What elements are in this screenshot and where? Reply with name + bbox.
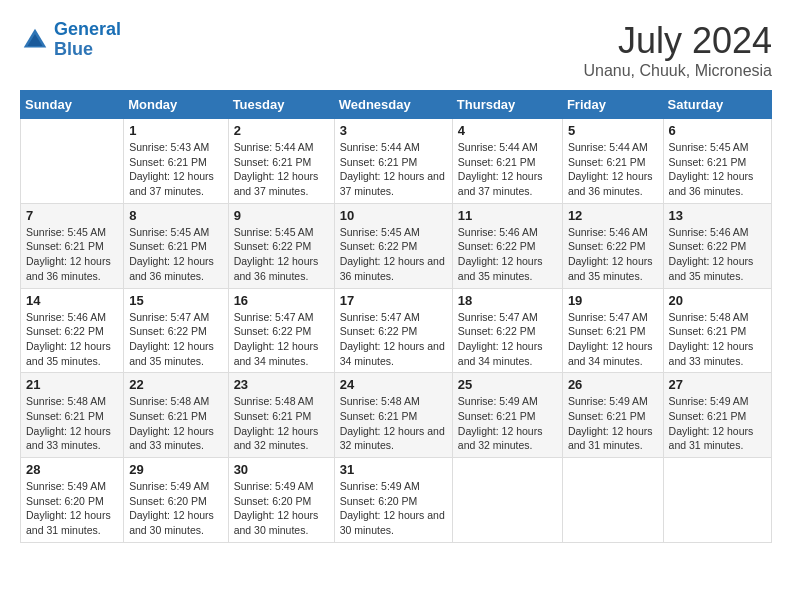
day-number: 1 — [129, 123, 222, 138]
day-number: 15 — [129, 293, 222, 308]
day-number: 17 — [340, 293, 447, 308]
calendar-cell: 2Sunrise: 5:44 AMSunset: 6:21 PMDaylight… — [228, 119, 334, 204]
day-info: Sunrise: 5:45 AMSunset: 6:22 PMDaylight:… — [234, 225, 329, 284]
header-wednesday: Wednesday — [334, 91, 452, 119]
calendar-cell — [21, 119, 124, 204]
calendar-cell: 8Sunrise: 5:45 AMSunset: 6:21 PMDaylight… — [124, 203, 228, 288]
week-row-1: 1Sunrise: 5:43 AMSunset: 6:21 PMDaylight… — [21, 119, 772, 204]
logo-line1: General — [54, 19, 121, 39]
calendar-cell: 29Sunrise: 5:49 AMSunset: 6:20 PMDayligh… — [124, 458, 228, 543]
day-number: 3 — [340, 123, 447, 138]
day-number: 8 — [129, 208, 222, 223]
calendar-cell: 11Sunrise: 5:46 AMSunset: 6:22 PMDayligh… — [452, 203, 562, 288]
calendar-cell: 20Sunrise: 5:48 AMSunset: 6:21 PMDayligh… — [663, 288, 771, 373]
day-info: Sunrise: 5:47 AMSunset: 6:22 PMDaylight:… — [234, 310, 329, 369]
calendar-cell: 18Sunrise: 5:47 AMSunset: 6:22 PMDayligh… — [452, 288, 562, 373]
calendar-cell: 22Sunrise: 5:48 AMSunset: 6:21 PMDayligh… — [124, 373, 228, 458]
day-number: 4 — [458, 123, 557, 138]
day-info: Sunrise: 5:48 AMSunset: 6:21 PMDaylight:… — [129, 394, 222, 453]
calendar-cell: 5Sunrise: 5:44 AMSunset: 6:21 PMDaylight… — [562, 119, 663, 204]
calendar-cell: 7Sunrise: 5:45 AMSunset: 6:21 PMDaylight… — [21, 203, 124, 288]
calendar-cell — [452, 458, 562, 543]
header-monday: Monday — [124, 91, 228, 119]
day-info: Sunrise: 5:47 AMSunset: 6:22 PMDaylight:… — [458, 310, 557, 369]
day-number: 28 — [26, 462, 118, 477]
day-info: Sunrise: 5:48 AMSunset: 6:21 PMDaylight:… — [234, 394, 329, 453]
header-row: SundayMondayTuesdayWednesdayThursdayFrid… — [21, 91, 772, 119]
logo-text: General Blue — [54, 20, 121, 60]
calendar-cell: 25Sunrise: 5:49 AMSunset: 6:21 PMDayligh… — [452, 373, 562, 458]
day-info: Sunrise: 5:45 AMSunset: 6:21 PMDaylight:… — [129, 225, 222, 284]
header-tuesday: Tuesday — [228, 91, 334, 119]
header-saturday: Saturday — [663, 91, 771, 119]
calendar-cell — [562, 458, 663, 543]
day-number: 14 — [26, 293, 118, 308]
day-info: Sunrise: 5:44 AMSunset: 6:21 PMDaylight:… — [458, 140, 557, 199]
day-info: Sunrise: 5:43 AMSunset: 6:21 PMDaylight:… — [129, 140, 222, 199]
calendar-cell: 10Sunrise: 5:45 AMSunset: 6:22 PMDayligh… — [334, 203, 452, 288]
calendar-cell: 30Sunrise: 5:49 AMSunset: 6:20 PMDayligh… — [228, 458, 334, 543]
day-number: 10 — [340, 208, 447, 223]
week-row-5: 28Sunrise: 5:49 AMSunset: 6:20 PMDayligh… — [21, 458, 772, 543]
day-number: 16 — [234, 293, 329, 308]
week-row-2: 7Sunrise: 5:45 AMSunset: 6:21 PMDaylight… — [21, 203, 772, 288]
day-info: Sunrise: 5:47 AMSunset: 6:22 PMDaylight:… — [340, 310, 447, 369]
day-number: 11 — [458, 208, 557, 223]
day-info: Sunrise: 5:44 AMSunset: 6:21 PMDaylight:… — [340, 140, 447, 199]
day-info: Sunrise: 5:49 AMSunset: 6:20 PMDaylight:… — [234, 479, 329, 538]
day-info: Sunrise: 5:47 AMSunset: 6:21 PMDaylight:… — [568, 310, 658, 369]
calendar-cell — [663, 458, 771, 543]
day-number: 7 — [26, 208, 118, 223]
day-info: Sunrise: 5:46 AMSunset: 6:22 PMDaylight:… — [458, 225, 557, 284]
day-number: 19 — [568, 293, 658, 308]
week-row-3: 14Sunrise: 5:46 AMSunset: 6:22 PMDayligh… — [21, 288, 772, 373]
day-info: Sunrise: 5:49 AMSunset: 6:21 PMDaylight:… — [568, 394, 658, 453]
calendar-cell: 6Sunrise: 5:45 AMSunset: 6:21 PMDaylight… — [663, 119, 771, 204]
calendar-cell: 26Sunrise: 5:49 AMSunset: 6:21 PMDayligh… — [562, 373, 663, 458]
day-number: 24 — [340, 377, 447, 392]
day-number: 2 — [234, 123, 329, 138]
day-number: 26 — [568, 377, 658, 392]
day-info: Sunrise: 5:46 AMSunset: 6:22 PMDaylight:… — [26, 310, 118, 369]
day-info: Sunrise: 5:44 AMSunset: 6:21 PMDaylight:… — [234, 140, 329, 199]
day-info: Sunrise: 5:45 AMSunset: 6:21 PMDaylight:… — [26, 225, 118, 284]
header-thursday: Thursday — [452, 91, 562, 119]
logo: General Blue — [20, 20, 121, 60]
day-info: Sunrise: 5:48 AMSunset: 6:21 PMDaylight:… — [26, 394, 118, 453]
day-number: 21 — [26, 377, 118, 392]
day-number: 5 — [568, 123, 658, 138]
day-info: Sunrise: 5:46 AMSunset: 6:22 PMDaylight:… — [669, 225, 766, 284]
calendar-cell: 19Sunrise: 5:47 AMSunset: 6:21 PMDayligh… — [562, 288, 663, 373]
day-number: 23 — [234, 377, 329, 392]
calendar-cell: 14Sunrise: 5:46 AMSunset: 6:22 PMDayligh… — [21, 288, 124, 373]
calendar-table: SundayMondayTuesdayWednesdayThursdayFrid… — [20, 90, 772, 543]
calendar-cell: 9Sunrise: 5:45 AMSunset: 6:22 PMDaylight… — [228, 203, 334, 288]
day-number: 27 — [669, 377, 766, 392]
calendar-cell: 13Sunrise: 5:46 AMSunset: 6:22 PMDayligh… — [663, 203, 771, 288]
calendar-cell: 31Sunrise: 5:49 AMSunset: 6:20 PMDayligh… — [334, 458, 452, 543]
logo-line2: Blue — [54, 39, 93, 59]
calendar-cell: 1Sunrise: 5:43 AMSunset: 6:21 PMDaylight… — [124, 119, 228, 204]
header-sunday: Sunday — [21, 91, 124, 119]
day-number: 13 — [669, 208, 766, 223]
day-info: Sunrise: 5:49 AMSunset: 6:20 PMDaylight:… — [26, 479, 118, 538]
day-info: Sunrise: 5:47 AMSunset: 6:22 PMDaylight:… — [129, 310, 222, 369]
day-number: 29 — [129, 462, 222, 477]
day-number: 9 — [234, 208, 329, 223]
day-info: Sunrise: 5:49 AMSunset: 6:20 PMDaylight:… — [340, 479, 447, 538]
location: Unanu, Chuuk, Micronesia — [583, 62, 772, 80]
day-number: 25 — [458, 377, 557, 392]
month-year: July 2024 — [583, 20, 772, 62]
calendar-cell: 16Sunrise: 5:47 AMSunset: 6:22 PMDayligh… — [228, 288, 334, 373]
day-info: Sunrise: 5:45 AMSunset: 6:21 PMDaylight:… — [669, 140, 766, 199]
day-number: 6 — [669, 123, 766, 138]
day-info: Sunrise: 5:44 AMSunset: 6:21 PMDaylight:… — [568, 140, 658, 199]
header-friday: Friday — [562, 91, 663, 119]
day-info: Sunrise: 5:49 AMSunset: 6:21 PMDaylight:… — [458, 394, 557, 453]
calendar-cell: 28Sunrise: 5:49 AMSunset: 6:20 PMDayligh… — [21, 458, 124, 543]
calendar-cell: 23Sunrise: 5:48 AMSunset: 6:21 PMDayligh… — [228, 373, 334, 458]
day-info: Sunrise: 5:49 AMSunset: 6:21 PMDaylight:… — [669, 394, 766, 453]
day-number: 18 — [458, 293, 557, 308]
day-info: Sunrise: 5:48 AMSunset: 6:21 PMDaylight:… — [340, 394, 447, 453]
day-info: Sunrise: 5:48 AMSunset: 6:21 PMDaylight:… — [669, 310, 766, 369]
